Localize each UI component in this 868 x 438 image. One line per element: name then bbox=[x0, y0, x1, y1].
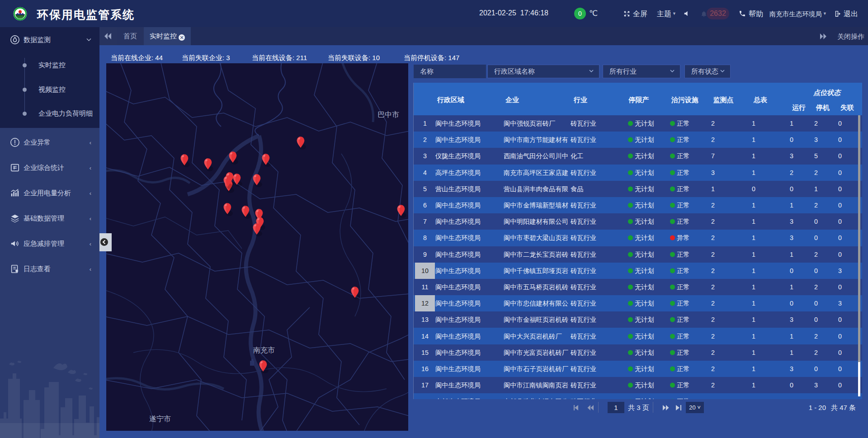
svg-text:巴中市: 巴中市 bbox=[377, 111, 399, 118]
svg-text:南充市: 南充市 bbox=[253, 346, 275, 354]
svg-text:遂宁市: 遂宁市 bbox=[149, 415, 171, 423]
